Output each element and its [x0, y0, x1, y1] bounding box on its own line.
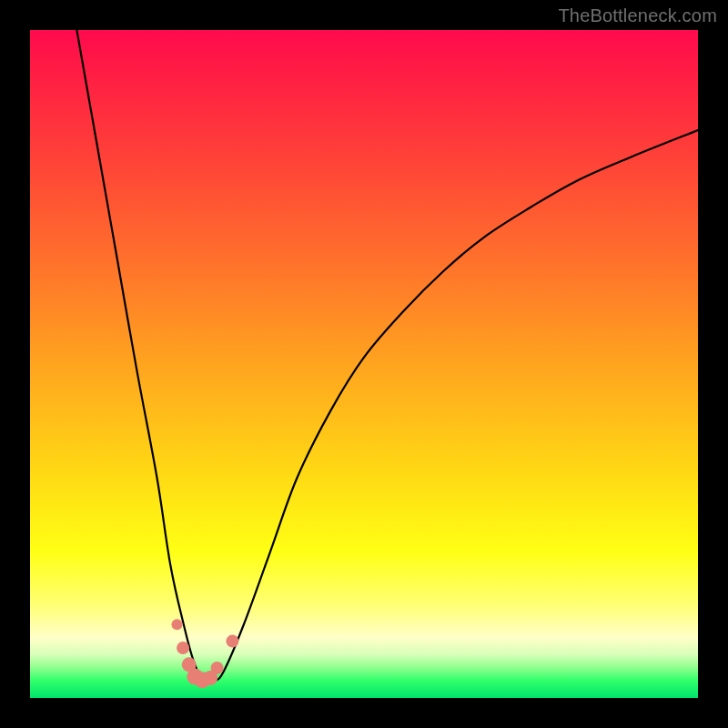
- marker-point: [177, 642, 189, 654]
- bottleneck-curve-svg: [30, 30, 698, 698]
- marker-point: [226, 635, 238, 648]
- bottleneck-curve: [76, 30, 698, 683]
- plot-area: [30, 30, 698, 698]
- marker-group: [171, 619, 238, 688]
- marker-point: [171, 619, 182, 630]
- marker-point: [211, 662, 224, 674]
- watermark-text: TheBottleneck.com: [558, 5, 717, 26]
- chart-frame: TheBottleneck.com: [0, 0, 728, 728]
